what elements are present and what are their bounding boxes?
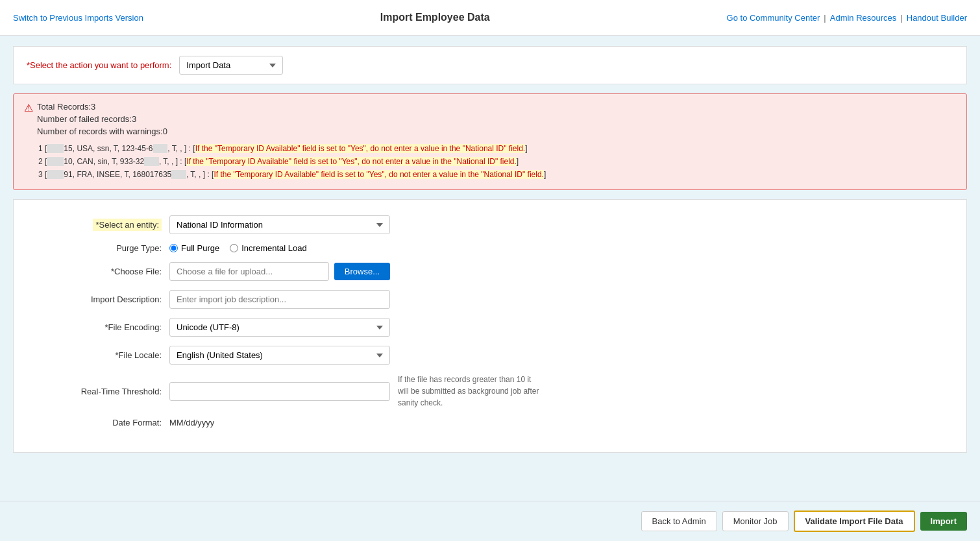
error-lines: 1 [ 15, USA, ssn, T, 123-45-6 , T, , ] :… bbox=[24, 143, 956, 180]
file-input[interactable] bbox=[169, 262, 329, 281]
line1-message: If the "Temporary ID Available" field is… bbox=[195, 144, 526, 153]
error-line-1: 1 [ 15, USA, ssn, T, 123-45-6 , T, , ] :… bbox=[38, 143, 956, 154]
line3-message: If the "Temporary ID Available" field is… bbox=[214, 170, 544, 179]
encoding-row: *File Encoding: Unicode (UTF-8) bbox=[27, 318, 953, 337]
purge-full-label: Full Purge bbox=[181, 243, 219, 253]
description-label: Import Description: bbox=[27, 295, 169, 304]
total-records: Total Records:3 bbox=[37, 102, 167, 112]
line3-suffix: , T, , ] : bbox=[186, 170, 210, 179]
footer: Back to Admin Monitor Job Validate Impor… bbox=[0, 501, 980, 541]
encoding-select[interactable]: Unicode (UTF-8) bbox=[169, 318, 390, 337]
action-label: *Select the action you want to perform: bbox=[27, 60, 171, 70]
entity-label: *Select an entity: bbox=[27, 220, 169, 230]
entity-label-text: *Select an entity: bbox=[93, 219, 162, 231]
line3-prefix: 3 [ bbox=[38, 170, 47, 179]
switch-version-link[interactable]: Switch to Previous Imports Version bbox=[13, 13, 143, 23]
main-content: *Select the action you want to perform: … bbox=[0, 36, 980, 501]
line1-prefix: 1 [ bbox=[38, 144, 47, 153]
threshold-row: Real-Time Threshold: 10 If the file has … bbox=[27, 374, 953, 409]
community-center-link[interactable]: Go to Community Center bbox=[727, 13, 820, 23]
action-select[interactable]: Import Data bbox=[179, 56, 283, 75]
separator-1: | bbox=[824, 13, 826, 23]
separator-2: | bbox=[900, 13, 902, 23]
form-panel: *Select an entity: National ID Informati… bbox=[13, 199, 967, 453]
line2-redacted-2 bbox=[144, 157, 159, 166]
file-row: *Choose File: Browse... bbox=[27, 262, 953, 281]
purge-incremental-option[interactable]: Incremental Load bbox=[230, 243, 306, 253]
purge-row: Purge Type: Full Purge Incremental Load bbox=[27, 243, 953, 253]
line3-data: 91, FRA, INSEE, T, 168017635 bbox=[64, 170, 171, 179]
entity-select[interactable]: National ID Information bbox=[169, 215, 390, 234]
encoding-label: *File Encoding: bbox=[27, 322, 169, 332]
date-format-value: MM/dd/yyyy bbox=[169, 418, 214, 427]
header: Switch to Previous Imports Version Impor… bbox=[0, 0, 980, 36]
browse-row: Browse... bbox=[169, 262, 390, 281]
line1-redacted-2 bbox=[153, 144, 168, 153]
entity-row: *Select an entity: National ID Informati… bbox=[27, 215, 953, 234]
line2-data: 10, CAN, sin, T, 933-32 bbox=[64, 157, 144, 166]
error-line-3: 3 [ 91, FRA, INSEE, T, 168017635 , T, , … bbox=[38, 169, 956, 180]
threshold-input[interactable]: 10 bbox=[169, 382, 390, 401]
handout-builder-link[interactable]: Handout Builder bbox=[907, 13, 967, 23]
line2-redacted-1 bbox=[47, 157, 64, 166]
purge-control: Full Purge Incremental Load bbox=[169, 243, 390, 253]
monitor-job-button[interactable]: Monitor Job bbox=[722, 511, 789, 531]
error-summary-header: ⚠ Total Records:3 Number of failed recor… bbox=[24, 102, 956, 139]
date-format-row: Date Format: MM/dd/yyyy bbox=[27, 418, 953, 427]
browse-button[interactable]: Browse... bbox=[334, 263, 390, 280]
purge-full-option[interactable]: Full Purge bbox=[169, 243, 219, 253]
back-to-admin-button[interactable]: Back to Admin bbox=[641, 511, 717, 531]
locale-control: English (United States) bbox=[169, 346, 390, 365]
admin-resources-link[interactable]: Admin Resources bbox=[830, 13, 897, 23]
line2-prefix: 2 [ bbox=[38, 157, 47, 166]
threshold-label: Real-Time Threshold: bbox=[27, 387, 169, 396]
line2-suffix: , T, , ] : bbox=[159, 157, 182, 166]
locale-row: *File Locale: English (United States) bbox=[27, 346, 953, 365]
file-control: Browse... bbox=[169, 262, 390, 281]
description-input[interactable] bbox=[169, 290, 390, 309]
radio-group: Full Purge Incremental Load bbox=[169, 243, 390, 253]
error-summary-text: Total Records:3 Number of failed records… bbox=[37, 102, 167, 139]
threshold-control: 10 bbox=[169, 382, 390, 401]
purge-full-radio[interactable] bbox=[169, 244, 178, 252]
import-button[interactable]: Import bbox=[920, 512, 967, 531]
description-control bbox=[169, 290, 390, 309]
error-panel: ⚠ Total Records:3 Number of failed recor… bbox=[13, 93, 967, 190]
warning-records: Number of records with warnings:0 bbox=[37, 126, 167, 136]
failed-records: Number of failed records:3 bbox=[37, 114, 167, 124]
line1-redacted-1 bbox=[47, 144, 64, 153]
line2-message: If the "Temporary ID Available" field is… bbox=[186, 157, 517, 166]
date-format-label: Date Format: bbox=[27, 418, 169, 427]
encoding-control: Unicode (UTF-8) bbox=[169, 318, 390, 337]
page-title: Import Employee Data bbox=[380, 12, 490, 23]
threshold-hint: If the file has records greater than 10 … bbox=[398, 374, 541, 409]
error-icon: ⚠ bbox=[24, 102, 33, 114]
purge-label: Purge Type: bbox=[27, 243, 169, 253]
locale-select[interactable]: English (United States) bbox=[169, 346, 390, 365]
line1-suffix: , T, , ] : bbox=[167, 144, 191, 153]
line1-data: 15, USA, ssn, T, 123-45-6 bbox=[64, 144, 153, 153]
purge-incremental-label: Incremental Load bbox=[241, 243, 306, 253]
validate-button[interactable]: Validate Import File Data bbox=[794, 511, 915, 532]
header-left: Switch to Previous Imports Version bbox=[13, 13, 143, 23]
locale-label: *File Locale: bbox=[27, 350, 169, 360]
line3-redacted-1 bbox=[47, 170, 64, 179]
file-label: *Choose File: bbox=[27, 267, 169, 276]
error-line-2: 2 [ 10, CAN, sin, T, 933-32 , T, , ] : [… bbox=[38, 156, 956, 167]
purge-incremental-radio[interactable] bbox=[230, 244, 238, 252]
line3-redacted-2 bbox=[171, 170, 186, 179]
entity-control: National ID Information bbox=[169, 215, 390, 234]
action-row: *Select the action you want to perform: … bbox=[13, 46, 967, 84]
description-row: Import Description: bbox=[27, 290, 953, 309]
header-right: Go to Community Center | Admin Resources… bbox=[727, 13, 967, 23]
